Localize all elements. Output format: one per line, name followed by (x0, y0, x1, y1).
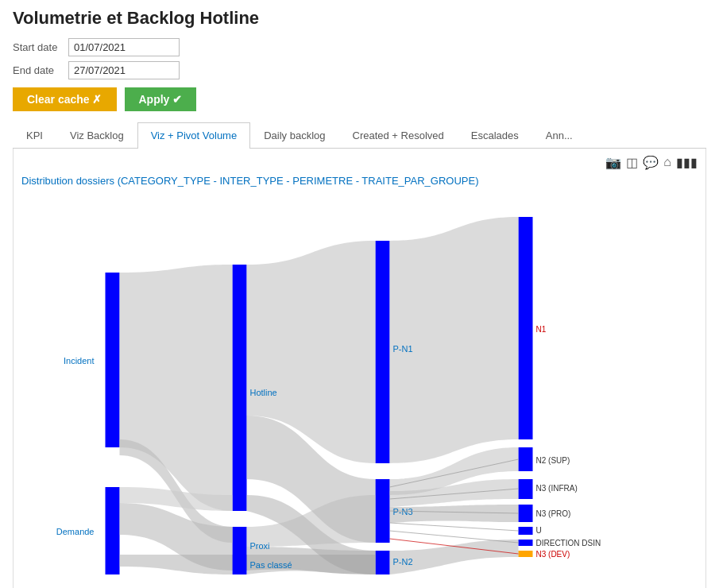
sankey-chart: Incident Demande Hotline Proxi Pas class… (21, 193, 698, 582)
node-n2-sup (519, 447, 533, 471)
svg-text:Demande: Demande (56, 527, 95, 536)
svg-text:N3 (PRO): N3 (PRO) (536, 509, 571, 518)
end-date-label: End date (13, 64, 68, 76)
svg-text:N1: N1 (536, 325, 547, 334)
clear-cache-button[interactable]: Clear cache ✗ (13, 87, 117, 111)
start-date-row: Start date (13, 38, 706, 56)
tab-viz-backlog[interactable]: Viz Backlog (56, 122, 137, 148)
page-container: Volumetrie et Backlog Hotline Start date… (0, 0, 719, 588)
node-pas-classe (233, 555, 247, 574)
camera-icon[interactable]: 📷 (605, 155, 621, 170)
svg-text:N2 (SUP): N2 (SUP) (536, 456, 570, 465)
tab-escalades[interactable]: Escalades (458, 122, 532, 148)
node-pn3 (376, 479, 390, 543)
end-date-row: End date (13, 61, 706, 79)
svg-line-18 (390, 523, 519, 531)
svg-text:N3 (DEV): N3 (DEV) (536, 550, 570, 559)
node-n1 (519, 217, 533, 439)
comment-icon[interactable]: 💬 (643, 155, 659, 170)
node-pn2 (376, 551, 390, 574)
page-title: Volumetrie et Backlog Hotline (13, 8, 706, 29)
node-n3-pro (519, 505, 533, 522)
node-u (519, 527, 533, 535)
node-hotline (233, 265, 247, 511)
apply-button[interactable]: Apply ✔ (125, 87, 197, 111)
node-n3-dev (519, 551, 533, 557)
grid-icon[interactable]: ◫ (626, 155, 638, 170)
chart-toolbar: 📷 ◫ 💬 ⌂ ▮▮▮ (21, 155, 698, 170)
tab-kpi[interactable]: KPI (13, 122, 56, 148)
node-incident (106, 273, 120, 447)
node-n3-infra (519, 479, 533, 499)
tab-daily-backlog[interactable]: Daily backlog (250, 122, 338, 148)
svg-text:P-N1: P-N1 (393, 344, 413, 354)
svg-text:Incident: Incident (64, 356, 95, 366)
svg-text:Proxi: Proxi (250, 541, 270, 551)
start-date-input[interactable] (68, 38, 180, 56)
tab-created-resolved[interactable]: Created + Resolved (339, 122, 458, 148)
tab-viz-pivot[interactable]: Viz + Pivot Volume (137, 122, 251, 149)
node-direction-dsin (519, 540, 533, 546)
svg-text:P-N2: P-N2 (393, 557, 413, 567)
home-icon[interactable]: ⌂ (663, 155, 671, 170)
svg-text:U: U (536, 526, 542, 535)
tabs-bar: KPI Viz Backlog Viz + Pivot Volume Daily… (13, 122, 706, 149)
end-date-input[interactable] (68, 61, 180, 79)
svg-text:N3 (INFRA): N3 (INFRA) (536, 484, 578, 493)
start-date-label: Start date (13, 41, 68, 53)
chart-subtitle: Distribution dossiers (CATEGORY_TYPE - I… (21, 175, 698, 187)
button-row: Clear cache ✗ Apply ✔ (13, 87, 706, 111)
svg-text:DIRECTION DSIN: DIRECTION DSIN (536, 539, 601, 547)
bar-chart-icon[interactable]: ▮▮▮ (676, 155, 698, 170)
node-demande (106, 487, 120, 574)
tab-ann[interactable]: Ann... (532, 122, 586, 148)
svg-text:Hotline: Hotline (250, 388, 277, 397)
chart-area: 📷 ◫ 💬 ⌂ ▮▮▮ Distribution dossiers (CATEG… (13, 149, 706, 588)
svg-text:Pas classé: Pas classé (250, 560, 292, 570)
node-pn1 (376, 241, 390, 463)
svg-text:P-N3: P-N3 (393, 507, 413, 516)
